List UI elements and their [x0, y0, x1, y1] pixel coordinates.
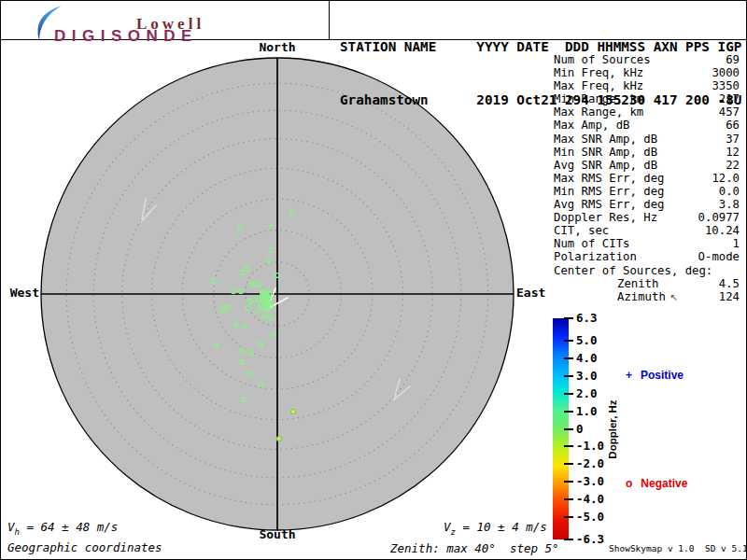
colorbar-tick — [564, 393, 573, 395]
stat-row: Max Range, km457 — [554, 105, 740, 119]
colorbar-tick — [564, 428, 573, 430]
doppler-colorbar: 6.35.04.03.02.01.00-1.0-2.0-3.0-4.0-5.0-… — [553, 318, 569, 539]
colorbar-tick-label: -4.0 — [576, 492, 604, 506]
stat-row: Zenith4.5 — [554, 277, 740, 290]
colorbar-tick-label: 4.0 — [576, 351, 598, 365]
colorbar-tick-label: -3.0 — [576, 474, 604, 488]
legend-negative: oNegative — [626, 477, 687, 490]
legend-negative-label: Negative — [641, 477, 687, 490]
circle-marker-icon: o — [626, 477, 632, 490]
colorbar-tick — [564, 498, 573, 500]
coordinates-note: Geographic coordinates — [7, 540, 162, 554]
stat-row: Min Range, km217 — [554, 92, 740, 105]
stat-row: Center of Sources, deg: — [554, 264, 740, 277]
colorbar-tick — [564, 357, 573, 359]
legend-positive-label: Positive — [641, 369, 684, 382]
stat-row: Min SNR Amp, dB12 — [554, 146, 740, 159]
stat-row: Max RMS Err, deg12.0 — [554, 172, 740, 185]
stat-row: Azimuth↖124 — [554, 290, 740, 304]
colorbar-tick — [564, 463, 573, 465]
compass-west-label: West — [4, 286, 39, 300]
header-logo-divider — [329, 0, 330, 39]
colorbar-tick-label: -6.3 — [576, 532, 604, 546]
colorbar-tick-label: 2.0 — [576, 386, 598, 400]
stat-row: Min Freq, kHz3000 — [554, 66, 740, 79]
zenith-range-note: Zenith: max 40° step 5° — [390, 541, 559, 555]
stats-table: Num of Sources69Min Freq, kHz3000Max Fre… — [554, 53, 740, 304]
logo-digisonde-text: DIGISONDE — [54, 27, 198, 46]
colorbar-tick-label: 5.0 — [576, 333, 598, 347]
colorbar-tick-label: -1.0 — [576, 439, 604, 453]
stat-row: Num of CITs1 — [554, 237, 740, 250]
colorbar-tick-label: 1.0 — [576, 404, 598, 418]
stat-row: Num of Sources69 — [554, 53, 740, 66]
colorbar-tick-label: 3.0 — [576, 369, 598, 383]
stat-row: Doppler Res, Hz0.0977 — [554, 211, 740, 224]
stat-row: Max Freq, kHz3350 — [554, 79, 740, 92]
stat-row: Avg RMS Err, deg3.8 — [554, 198, 740, 211]
mouse-cursor-icon: ↖ — [666, 292, 678, 302]
colorbar-tick — [564, 411, 573, 413]
colorbar-tick-label: -5.0 — [576, 510, 604, 524]
stat-row: CIT, sec10.24 — [554, 224, 740, 237]
version-text: ShowSkymap v 1.0 SD v 5.1 — [609, 543, 747, 553]
colorbar-tick — [564, 317, 573, 319]
colorbar-axis-label: Doppler, Hz — [607, 386, 618, 472]
compass-south-label: South — [249, 527, 305, 541]
stat-row: PolarizationO-mode — [554, 250, 740, 263]
colorbar-tick — [564, 481, 573, 483]
colorbar-tick-label: 0 — [576, 422, 584, 436]
colorbar-tick — [564, 340, 573, 342]
plus-marker-icon: + — [626, 369, 632, 382]
stat-row: Max Amp, dB66 — [554, 119, 740, 132]
colorbar-tick-label: 6.3 — [576, 311, 598, 325]
compass-east-label: East — [516, 286, 545, 300]
horizontal-velocity-value: Vh = 64 ± 48 m/s — [7, 520, 118, 537]
colorbar-tick — [564, 375, 573, 377]
compass-north-label: North — [249, 40, 305, 54]
colorbar-tick-label: -2.0 — [576, 456, 604, 470]
stat-row: Min RMS Err, deg0.0 — [554, 185, 740, 198]
vertical-velocity-value: Vz = 10 ± 4 m/s — [444, 520, 547, 537]
stat-row: Avg SNR Amp, dB22 — [554, 159, 740, 172]
colorbar-tick — [564, 445, 573, 447]
showskymap-window: Lowell DIGISONDE STATION NAME YYYY DATE … — [0, 0, 747, 560]
colorbar-tick — [564, 539, 573, 540]
lowell-digisonde-logo: Lowell DIGISONDE — [26, 2, 241, 41]
stat-row: Max SNR Amp, dB37 — [554, 133, 740, 146]
legend-positive: +Positive — [626, 369, 684, 382]
colorbar-tick — [564, 516, 573, 518]
